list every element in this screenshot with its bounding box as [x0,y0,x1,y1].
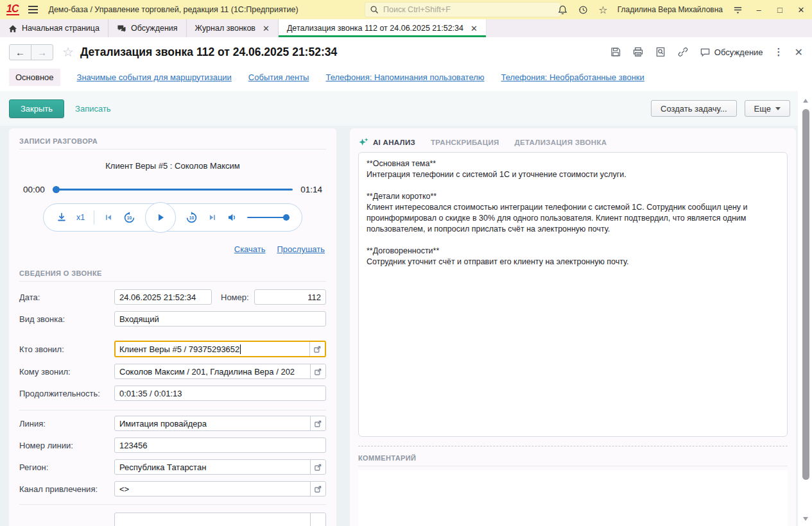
line-field[interactable] [114,416,326,431]
tab-ai-analysis[interactable]: AI АНАЛИЗ [358,137,415,148]
region-label: Регион: [19,462,114,472]
duration-label: Продолжительность: [19,389,114,398]
line-number-input[interactable] [114,437,326,453]
forward-button[interactable]: → [31,44,53,60]
region-input[interactable] [115,460,310,474]
forward-10-icon[interactable]: 10 [185,211,198,225]
volume-icon[interactable] [227,212,238,223]
search-icon [370,5,379,15]
channel-input[interactable] [115,482,310,496]
volume-slider[interactable] [247,217,289,219]
seek-slider[interactable] [53,189,293,191]
caller-field[interactable]: Клиент Веры #5 / 79375293652 [114,341,326,357]
tab-close-icon[interactable]: ✕ [471,24,478,33]
audio-player: x1 10 10 [43,203,302,232]
channel-open-button[interactable] [310,482,325,496]
main-menu-button[interactable] [26,3,40,16]
recordings-section-title: ЗАПИСИ РАЗГОВОРА [19,128,326,145]
duration-input[interactable] [114,386,326,401]
home-icon [8,24,17,33]
favorites-star-icon[interactable]: ☆ [598,4,607,16]
callee-field[interactable] [114,364,326,379]
callee-input[interactable] [115,364,310,378]
listen-recording-link[interactable]: Прослушать [277,244,325,254]
more-actions-button[interactable]: ⋮ [774,46,784,58]
back-button[interactable]: ← [9,44,31,60]
chevron-down-icon [775,107,781,110]
notifications-bell-icon[interactable] [557,4,568,15]
tab-call-detail-active[interactable]: Детализация звонка 112 от 24.06.2025 21:… [279,19,487,37]
current-user-name[interactable]: Гладилина Вера Михайловна [618,5,723,14]
region-open-button[interactable] [310,460,325,474]
vertical-scrollbar[interactable] [802,98,809,512]
date-input[interactable] [114,289,212,305]
form-navigation: Основное Значимые события для маршрутиза… [0,67,812,91]
comment-input-area[interactable] [358,470,788,526]
global-search[interactable] [365,2,561,17]
scrollbar-thumb[interactable] [802,109,809,480]
tab-transcription[interactable]: ТРАНСКРИБАЦИЯ [431,139,499,146]
call-kind-input[interactable] [114,311,326,327]
tab-discussions[interactable]: Обсуждения [108,19,187,37]
partial-input[interactable] [115,513,310,526]
time-current: 00:00 [23,185,45,194]
download-recording-link[interactable]: Скачать [234,244,266,254]
user-menu-icon[interactable] [732,5,743,15]
nav-item-main[interactable]: Основное [9,69,60,86]
discussion-button[interactable]: Обсуждение [700,47,763,57]
line-label: Линия: [19,419,114,428]
call-kind-label: Вид звонка: [19,314,114,324]
line-open-button[interactable] [310,416,325,430]
download-icon[interactable] [56,212,67,223]
channel-field[interactable] [114,481,326,496]
print-button[interactable] [632,46,644,58]
titlebar: 1С Демо-база / Управление торговлей, ред… [0,0,812,19]
date-label: Дата: [19,293,114,302]
region-field[interactable] [114,459,326,475]
close-window-button[interactable]: ✕ [795,5,807,15]
nav-link-feed-events[interactable]: События ленты [248,72,309,82]
seek-knob[interactable] [53,186,60,193]
tab-bar: Начальная страница Обсуждения Журнал зво… [0,19,812,37]
close-button[interactable]: Закрыть [9,99,64,118]
scroll-down-arrow[interactable] [803,517,808,521]
partial-open-button[interactable] [310,513,325,526]
callee-open-button[interactable] [310,364,325,378]
caller-open-button[interactable] [309,342,325,356]
form-body: Закрыть Записать Создать задачу... Еще З… [0,91,812,526]
link-button[interactable] [677,46,689,58]
skip-previous-icon[interactable] [103,212,114,223]
analysis-tabs: AI АНАЛИЗ ТРАНСКРИБАЦИЯ ДЕТАЛИЗАЦИЯ ЗВОН… [358,128,788,148]
line-input[interactable] [115,416,310,430]
save-record-button[interactable]: Записать [75,104,111,114]
scroll-up-arrow[interactable] [803,99,808,103]
close-form-button[interactable]: ✕ [795,46,803,58]
callee-label: Кому звонил: [19,367,114,377]
tab-call-log[interactable]: Журнал звонков ✕ [187,19,279,37]
volume-knob[interactable] [283,214,289,221]
nav-link-routing-events[interactable]: Значимые события для маршрутизации [77,72,232,82]
more-button[interactable]: Еще [745,100,790,117]
history-icon[interactable] [578,4,589,15]
tab-close-icon[interactable]: ✕ [263,24,270,33]
favorite-star-icon[interactable]: ☆ [62,46,74,58]
minimize-button[interactable]: – [753,5,764,15]
save-button[interactable] [610,46,621,58]
number-input[interactable] [254,289,326,305]
search-input[interactable] [383,5,556,14]
rewind-10-icon[interactable]: 10 [123,211,136,225]
playback-speed-button[interactable]: x1 [76,213,85,222]
tab-call-detail[interactable]: ДЕТАЛИЗАЦИЯ ЗВОНКА [515,139,607,146]
preview-button[interactable] [655,46,666,58]
tab-home[interactable]: Начальная страница [0,19,108,37]
play-button[interactable] [145,202,176,233]
ai-analysis-text[interactable]: **Основная тема** Интеграция телефонии с… [358,152,788,437]
nav-link-reminders[interactable]: Телефония: Напоминания пользователю [325,72,484,82]
maximize-button[interactable]: □ [774,5,786,15]
nav-link-unprocessed-calls[interactable]: Телефония: Необработанные звонки [501,72,644,82]
caller-value[interactable]: Клиент Веры #5 / 79375293652 [116,342,239,356]
create-task-button[interactable]: Создать задачу... [651,100,737,117]
skip-next-icon[interactable] [207,212,218,223]
partial-field[interactable] [114,513,326,526]
channel-label: Канал привлечения: [19,484,114,494]
